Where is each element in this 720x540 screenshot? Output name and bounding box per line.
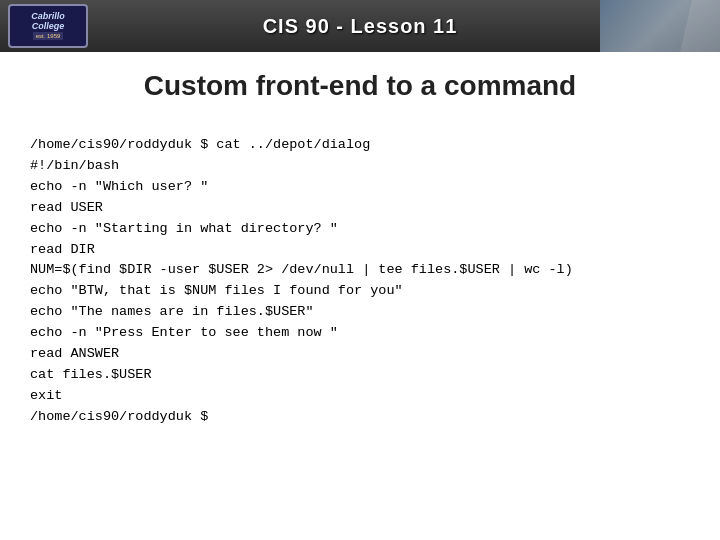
content-area: /home/cis90/roddyduk $ cat ../depot/dial… xyxy=(0,114,720,459)
header-bar: CabrilloCollege est. 1959 CIS 90 - Lesso… xyxy=(0,0,720,52)
code-block: /home/cis90/roddyduk $ cat ../depot/dial… xyxy=(30,114,690,449)
code-line-13: exit xyxy=(30,388,62,403)
logo-year: est. 1959 xyxy=(33,32,64,40)
header-title: CIS 90 - Lesson 11 xyxy=(263,15,458,38)
code-line-2: #!/bin/bash xyxy=(30,158,119,173)
code-line-9: echo "The names are in files.$USER" xyxy=(30,304,314,319)
code-line-7: NUM=$(find $DIR -user $USER 2> /dev/null… xyxy=(30,262,573,277)
code-line-12: cat files.$USER xyxy=(30,367,152,382)
code-line-14: /home/cis90/roddyduk $ xyxy=(30,409,208,424)
page-title-section: Custom front-end to a command xyxy=(0,52,720,114)
code-line-10: echo -n "Press Enter to see them now " xyxy=(30,325,338,340)
code-line-5: echo -n "Starting in what directory? " xyxy=(30,221,338,236)
page-title: Custom front-end to a command xyxy=(20,70,700,102)
code-line-8: echo "BTW, that is $NUM files I found fo… xyxy=(30,283,403,298)
code-line-11: read ANSWER xyxy=(30,346,119,361)
code-line-1: /home/cis90/roddyduk $ cat ../depot/dial… xyxy=(30,137,370,152)
code-line-6: read DIR xyxy=(30,242,95,257)
code-line-3: echo -n "Which user? " xyxy=(30,179,208,194)
code-line-4: read USER xyxy=(30,200,103,215)
header-decoration xyxy=(600,0,720,52)
logo-name: CabrilloCollege xyxy=(31,12,65,32)
deco-shape xyxy=(680,0,720,52)
college-logo: CabrilloCollege est. 1959 xyxy=(8,4,88,48)
